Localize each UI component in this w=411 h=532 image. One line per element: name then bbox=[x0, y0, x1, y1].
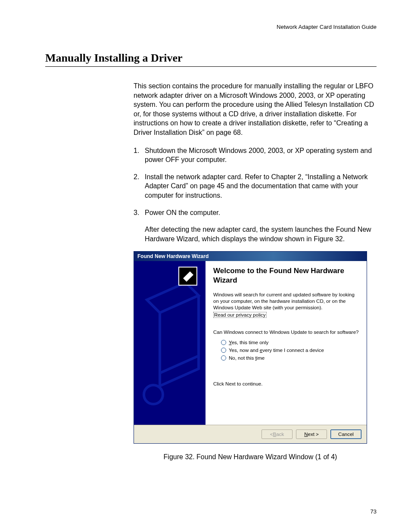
device-icon bbox=[178, 266, 198, 286]
radio-label: Yes, this time only bbox=[229, 340, 268, 345]
step-item: 3. Power ON the computer. After detectin… bbox=[134, 208, 377, 244]
step-item: 1. Shutdown the Microsoft Windows 2000, … bbox=[134, 146, 377, 165]
wizard-window: Found New Hardware Wizard bbox=[134, 251, 367, 444]
radio-icon bbox=[221, 340, 226, 345]
section-title: Manually Installing a Driver bbox=[45, 52, 377, 67]
step-number: 3. bbox=[134, 208, 139, 218]
radio-icon bbox=[221, 355, 226, 361]
radio-icon bbox=[221, 348, 226, 353]
cancel-button[interactable]: Cancel bbox=[330, 429, 361, 439]
wizard-radio-group: Yes, this time only Yes, now and every t… bbox=[213, 340, 360, 361]
wizard-continue-text: Click Next to continue. bbox=[213, 381, 360, 386]
step-subtext: After detecting the new adapter card, th… bbox=[145, 225, 377, 243]
page-number: 73 bbox=[371, 508, 377, 515]
figure-wrap: Found New Hardware Wizard bbox=[134, 251, 377, 461]
svg-rect-8 bbox=[184, 272, 187, 275]
running-head: Network Adapter Card Installation Guide bbox=[45, 24, 377, 30]
radio-label: Yes, now and every time I connect a devi… bbox=[229, 348, 324, 353]
privacy-policy-link[interactable]: Read our privacy policy bbox=[213, 312, 267, 318]
step-text: Power ON the computer. bbox=[145, 209, 220, 216]
radio-yes-always[interactable]: Yes, now and every time I connect a devi… bbox=[221, 348, 360, 353]
wizard-question: Can Windows connect to Windows Update to… bbox=[213, 329, 360, 336]
intro-paragraph: This section contains the procedure for … bbox=[134, 81, 377, 137]
wizard-heading: Welcome to the Found New Hardware Wizard bbox=[213, 266, 360, 285]
wizard-titlebar: Found New Hardware Wizard bbox=[134, 252, 367, 261]
wizard-footer: < Back Next > Cancel bbox=[134, 425, 367, 443]
step-number: 1. bbox=[134, 146, 139, 156]
step-item: 2. Install the network adapter card. Ref… bbox=[134, 172, 377, 200]
back-button: < Back bbox=[262, 429, 293, 439]
step-text: Install the network adapter card. Refer … bbox=[145, 173, 368, 199]
wizard-main-panel: Welcome to the Found New Hardware Wizard… bbox=[206, 261, 367, 425]
wizard-sidebar-graphic bbox=[134, 261, 206, 425]
step-number: 2. bbox=[134, 172, 139, 182]
figure-caption: Figure 32. Found New Hardware Wizard Win… bbox=[134, 453, 367, 461]
next-button[interactable]: Next > bbox=[296, 429, 327, 439]
radio-label: No, not this time bbox=[229, 355, 265, 361]
radio-no[interactable]: No, not this time bbox=[221, 355, 360, 361]
radio-yes-once[interactable]: Yes, this time only bbox=[221, 340, 360, 345]
steps-list: 1. Shutdown the Microsoft Windows 2000, … bbox=[134, 146, 377, 244]
step-text: Shutdown the Microsoft Windows 2000, 200… bbox=[145, 147, 372, 164]
wizard-paragraph: Windows will search for current and upda… bbox=[213, 292, 360, 311]
